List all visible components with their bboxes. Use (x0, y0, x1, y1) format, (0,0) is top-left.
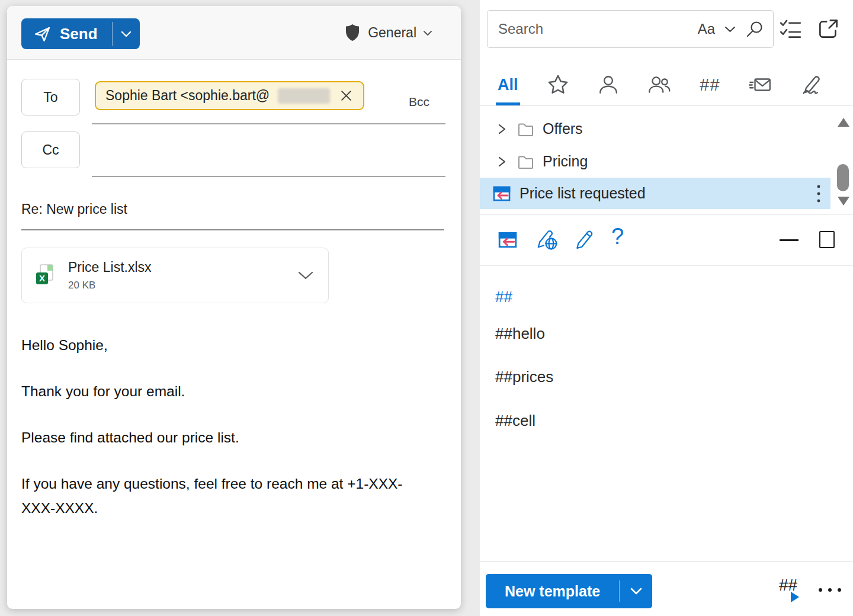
edit-pencil-button[interactable] (573, 229, 595, 250)
maximize-button[interactable] (819, 231, 835, 248)
cc-field-underline (92, 176, 445, 177)
compose-window: Send General To (7, 6, 461, 609)
active-tab-indicator (496, 102, 520, 105)
insert-template-button[interactable] (498, 230, 518, 250)
folder-icon (517, 121, 535, 137)
template-label: Price list requested (520, 185, 808, 202)
play-icon (790, 591, 800, 603)
template-row-selected[interactable]: Price list requested (480, 178, 830, 209)
compose-toolbar: Send General (7, 6, 461, 60)
subject-underline (21, 229, 444, 230)
cc-button-label: Cc (42, 142, 59, 158)
footer-divider (480, 562, 853, 562)
tab-personal[interactable] (598, 64, 619, 105)
svg-text:X: X (39, 273, 45, 283)
toolbar-divider-bottom (480, 265, 853, 266)
message-body-editor[interactable]: Hello Sophie, Thank you for your email. … (21, 333, 436, 542)
folder-row-pricing[interactable]: Pricing (480, 145, 833, 178)
signature-icon (801, 73, 825, 96)
scrollbar-thumb[interactable] (837, 164, 849, 191)
tab-signatures[interactable] (801, 64, 825, 105)
redacted-email-domain (278, 88, 330, 104)
send-icon (33, 25, 52, 43)
sensitivity-label-control[interactable]: General (344, 6, 432, 59)
more-options-button[interactable] (819, 588, 841, 592)
mail-send-icon (749, 75, 772, 95)
tab-all[interactable]: All (498, 64, 518, 105)
bcc-button[interactable]: Bcc (409, 95, 429, 109)
chevron-down-icon (297, 270, 314, 281)
send-split-button: Send (21, 18, 140, 49)
hashtag-icon: ## (700, 75, 720, 95)
close-icon (340, 89, 352, 102)
sensitivity-label-text: General (368, 25, 416, 41)
toolbar-divider-top (480, 214, 853, 215)
to-field-underline (92, 123, 445, 124)
cc-button[interactable]: Cc (21, 131, 80, 168)
search-input[interactable]: Search (498, 21, 688, 37)
send-button[interactable]: Send (21, 18, 112, 49)
multiselect-icon[interactable] (780, 18, 801, 40)
desktop-background: Send General To (0, 0, 853, 616)
help-button[interactable]: ? (611, 224, 624, 249)
attachment-size: 20 KB (68, 280, 152, 291)
tab-favorites[interactable] (547, 64, 569, 105)
search-icon[interactable] (745, 20, 764, 38)
snippet-shortcut[interactable]: ##cell (495, 412, 535, 430)
send-options-button[interactable] (113, 18, 140, 49)
to-button-label: To (43, 89, 57, 105)
folder-label: Pricing (543, 153, 588, 170)
recipient-chip-text: Sophie Bart <sophie.bart@ (105, 88, 270, 104)
send-button-label: Send (60, 25, 98, 43)
open-in-new-window-icon[interactable] (817, 18, 839, 40)
run-hashtag-button[interactable]: ## (779, 576, 809, 605)
chevron-right-icon (495, 154, 509, 169)
body-paragraph: Thank you for your email. (21, 379, 436, 403)
tab-shared[interactable] (647, 64, 671, 105)
recipient-chip[interactable]: Sophie Bart <sophie.bart@ (95, 81, 364, 110)
tab-hashtags[interactable]: ## (700, 64, 720, 105)
chevron-right-icon (495, 121, 509, 137)
folder-row-offers[interactable]: Offers (480, 113, 833, 145)
attachment-card[interactable]: X Price List.xlsx 20 KB (21, 248, 329, 303)
subject-field[interactable]: Re: New price list (21, 201, 127, 217)
search-box[interactable]: Search Aa (487, 10, 774, 48)
scrollbar-up-arrow[interactable] (838, 118, 849, 127)
body-paragraph: Hello Sophie, (21, 333, 436, 357)
shield-icon (344, 23, 361, 42)
chevron-down-icon (121, 30, 132, 37)
bcc-button-label: Bcc (409, 95, 429, 108)
body-paragraph: Please find attached our price list. (21, 425, 436, 450)
insert-template-icon (492, 184, 511, 203)
new-template-button[interactable]: New template (486, 574, 619, 608)
templates-panel: Search Aa All (480, 0, 853, 616)
to-button[interactable]: To (21, 79, 80, 116)
more-options-kebab-icon[interactable] (816, 184, 821, 204)
new-template-split-button: New template (486, 574, 652, 608)
body-paragraph: If you have any questions, feel free to … (21, 471, 436, 520)
match-case-label[interactable]: Aa (698, 21, 715, 37)
snippet-shortcut[interactable]: ##hello (495, 325, 545, 343)
star-icon (547, 73, 569, 96)
chevron-down-icon (423, 30, 432, 36)
edit-language-button[interactable] (535, 227, 559, 251)
remove-recipient-button[interactable] (338, 88, 354, 104)
person-icon (598, 74, 619, 95)
minimize-button[interactable] (780, 239, 799, 241)
attachment-name: Price List.xlsx (68, 259, 152, 275)
folder-label: Offers (543, 120, 583, 137)
chevron-down-icon (630, 587, 643, 595)
scrollbar-down-arrow[interactable] (838, 197, 849, 206)
attachment-options-button[interactable] (297, 270, 314, 281)
people-icon (647, 74, 671, 95)
snippet-shortcut[interactable]: ##prices (495, 368, 553, 386)
template-category-tabs: All (480, 64, 853, 106)
excel-file-icon: X (33, 263, 57, 288)
new-template-options-button[interactable] (620, 574, 652, 608)
snippet-shortcut[interactable]: ## (495, 288, 512, 306)
folder-icon (517, 153, 535, 170)
new-template-label: New template (505, 583, 600, 600)
tab-quick-replies[interactable] (749, 64, 772, 105)
chevron-down-icon[interactable] (724, 25, 736, 33)
